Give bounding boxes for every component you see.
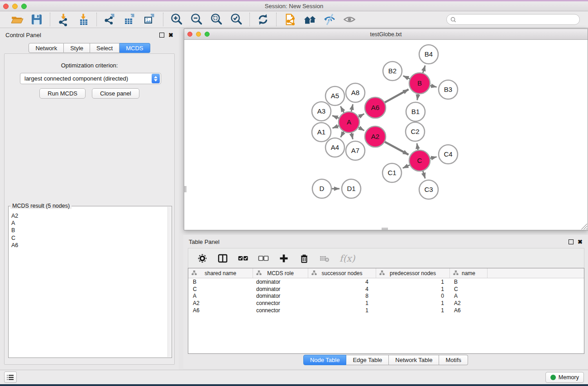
column-header-MCDS-role[interactable]: MCDS role: [253, 268, 308, 278]
zoom-in-icon[interactable]: [169, 12, 184, 27]
column-header-predecessor-nodes[interactable]: predecessor nodes: [376, 268, 450, 278]
graph-node-D[interactable]: D: [312, 179, 331, 198]
import-table-icon[interactable]: [76, 12, 91, 27]
graph-node-A7[interactable]: A7: [346, 141, 365, 160]
task-history-button[interactable]: [4, 372, 17, 383]
houses-icon[interactable]: [302, 12, 317, 27]
graph-edge-B-B3[interactable]: [430, 86, 436, 87]
tab-network[interactable]: Network: [29, 43, 64, 53]
table-cell[interactable]: A6: [188, 307, 253, 314]
table-cell[interactable]: 1: [376, 300, 450, 307]
search-box[interactable]: [446, 14, 580, 25]
graph-node-A1[interactable]: A1: [312, 123, 331, 142]
network-graph[interactable]: B4 B2 B B3 A5 A8 A6 B1 A3 A A1 C2 A2: [184, 40, 588, 230]
column-header-shared-name[interactable]: shared name: [188, 268, 253, 278]
graph-node-B1[interactable]: B1: [406, 102, 425, 121]
export-network-icon[interactable]: [103, 12, 117, 27]
graph-edge-A6-B[interactable]: [385, 90, 409, 103]
graph-edge-A-A3[interactable]: [332, 116, 339, 119]
graph-node-C[interactable]: C: [409, 150, 430, 171]
split-panel-icon[interactable]: [217, 252, 228, 265]
eye-slash-icon[interactable]: [322, 12, 337, 27]
window-resize-grip[interactable]: [581, 224, 587, 229]
eye-icon[interactable]: [342, 12, 357, 27]
table-row[interactable]: A6connector11A6: [188, 307, 584, 314]
table-cell[interactable]: dominator: [253, 286, 308, 293]
network-hscroll-nub[interactable]: [382, 228, 388, 230]
table-cell[interactable]: 0: [376, 292, 450, 300]
table-cell[interactable]: 4: [308, 286, 376, 293]
tab-network-table[interactable]: Network Table: [389, 355, 439, 365]
table-cell[interactable]: A: [188, 292, 253, 300]
close-panel-icon[interactable]: ✖: [168, 33, 173, 38]
table-cell[interactable]: A6: [450, 307, 488, 314]
table-row[interactable]: Cdominator41C: [188, 286, 584, 293]
table-cell[interactable]: 1: [308, 300, 376, 307]
tab-edge-table[interactable]: Edge Table: [346, 355, 389, 365]
close-table-panel-icon[interactable]: ✖: [578, 239, 583, 244]
graph-edge-B-B1[interactable]: [417, 94, 418, 100]
graph-edge-A-A5[interactable]: [340, 106, 344, 113]
graph-node-A8[interactable]: A8: [346, 83, 365, 102]
graph-node-C4[interactable]: C4: [439, 145, 458, 164]
tab-style[interactable]: Style: [64, 43, 90, 53]
open-file-icon[interactable]: [10, 12, 24, 27]
delete-icon[interactable]: [299, 252, 310, 265]
graph-edge-C-C4[interactable]: [430, 157, 436, 158]
graph-edge-A-A4[interactable]: [341, 132, 344, 137]
graph-node-A2[interactable]: A2: [365, 126, 386, 147]
network-vscroll-nub[interactable]: [184, 186, 186, 192]
graph-node-B4[interactable]: B4: [419, 45, 438, 64]
table-cell[interactable]: connector: [253, 300, 308, 307]
table-cell[interactable]: dominator: [253, 278, 308, 286]
add-icon[interactable]: [278, 252, 289, 265]
gear-icon[interactable]: [197, 252, 208, 265]
graph-node-B[interactable]: B: [409, 73, 430, 94]
mcds-result-item[interactable]: C: [11, 234, 165, 242]
table-cell[interactable]: 1: [308, 307, 376, 314]
zoom-selected-icon[interactable]: [229, 12, 244, 27]
graph-edge-C-C2[interactable]: [417, 143, 418, 150]
import-network-icon[interactable]: [56, 12, 71, 27]
export-table-icon[interactable]: [123, 12, 137, 27]
graph-edge-A-A2[interactable]: [359, 128, 364, 131]
table-cell[interactable]: A2: [188, 300, 253, 307]
function-builder-icon[interactable]: f(x): [339, 252, 355, 265]
mcds-result-item[interactable]: B: [11, 227, 165, 234]
table-cell[interactable]: 1: [376, 307, 450, 314]
network-canvas[interactable]: B4 B2 B B3 A5 A8 A6 B1 A3 A A1 C2 A2: [184, 40, 588, 230]
graph-edge-A-A6[interactable]: [359, 114, 364, 117]
column-header-successor-nodes[interactable]: successor nodes: [308, 268, 376, 278]
graph-edge-A-A1[interactable]: [333, 126, 339, 128]
graph-node-A4[interactable]: A4: [325, 138, 344, 157]
graph-node-A5[interactable]: A5: [325, 86, 344, 105]
tab-select[interactable]: Select: [90, 43, 120, 53]
table-row[interactable]: Adominator80A: [188, 292, 584, 300]
optimization-criterion-select[interactable]: largest connected component (directed): [20, 73, 161, 84]
graph-node-C1[interactable]: C1: [382, 163, 402, 182]
run-mcds-button[interactable]: Run MCDS: [39, 88, 86, 99]
graph-node-A[interactable]: A: [339, 112, 359, 133]
mcds-result-list[interactable]: A2ABCA6: [9, 209, 167, 357]
tab-mcds[interactable]: MCDS: [120, 43, 150, 53]
tab-motifs[interactable]: Motifs: [439, 355, 468, 365]
table-cell[interactable]: A: [450, 292, 488, 300]
mcds-result-item[interactable]: A6: [11, 242, 165, 249]
export-image-icon[interactable]: [143, 12, 157, 27]
table-cell[interactable]: C: [450, 286, 488, 293]
table-cell[interactable]: A2: [450, 300, 488, 307]
graph-edge-A2-C[interactable]: [385, 142, 408, 154]
mcds-result-item[interactable]: A2: [11, 212, 165, 219]
float-table-panel-icon[interactable]: [569, 239, 574, 244]
save-session-icon[interactable]: [29, 12, 44, 27]
refresh-icon[interactable]: [256, 12, 270, 27]
graph-node-C2[interactable]: C2: [406, 122, 425, 141]
graph-edge-C-C3[interactable]: [423, 171, 425, 178]
mcds-result-scrollbar[interactable]: [167, 207, 171, 357]
deselect-all-icon[interactable]: [258, 252, 269, 265]
graph-node-B3[interactable]: B3: [439, 80, 458, 99]
graph-node-A6[interactable]: A6: [365, 97, 386, 118]
table-cell[interactable]: dominator: [253, 292, 308, 300]
zoom-fit-icon[interactable]: [209, 12, 224, 27]
table-cell[interactable]: B: [450, 278, 488, 286]
